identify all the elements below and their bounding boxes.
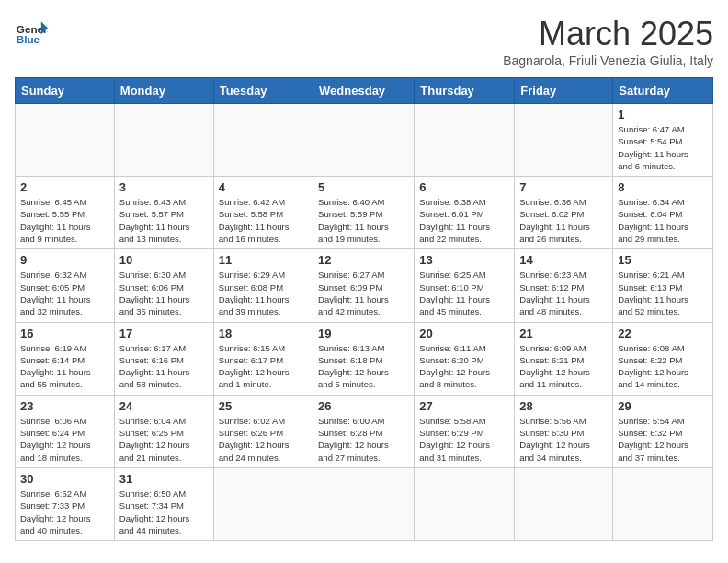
day-info: Sunrise: 6:11 AM Sunset: 6:20 PM Dayligh… — [419, 342, 509, 391]
calendar-cell: 3Sunrise: 6:43 AM Sunset: 5:57 PM Daylig… — [114, 177, 213, 249]
calendar-cell: 2Sunrise: 6:45 AM Sunset: 5:55 PM Daylig… — [16, 177, 115, 249]
calendar-cell — [415, 467, 515, 540]
day-number: 22 — [618, 327, 708, 340]
calendar-cell: 5Sunrise: 6:40 AM Sunset: 5:59 PM Daylig… — [313, 177, 415, 249]
day-number: 27 — [419, 399, 509, 413]
day-number: 12 — [318, 253, 409, 267]
day-info: Sunrise: 6:00 AM Sunset: 6:28 PM Dayligh… — [318, 415, 409, 464]
calendar-cell: 16Sunrise: 6:19 AM Sunset: 6:14 PM Dayli… — [16, 322, 115, 395]
day-number: 7 — [519, 180, 608, 194]
day-number: 24 — [119, 399, 209, 413]
calendar-week-3: 9Sunrise: 6:32 AM Sunset: 6:05 PM Daylig… — [16, 249, 713, 322]
calendar-cell — [415, 104, 515, 177]
calendar-cell: 1Sunrise: 6:47 AM Sunset: 5:54 PM Daylig… — [613, 104, 713, 177]
calendar-cell: 4Sunrise: 6:42 AM Sunset: 5:58 PM Daylig… — [213, 177, 313, 249]
day-info: Sunrise: 5:56 AM Sunset: 6:30 PM Dayligh… — [519, 415, 608, 464]
day-number: 20 — [419, 327, 509, 340]
day-number: 11 — [219, 253, 308, 267]
day-number: 18 — [219, 327, 308, 340]
calendar-cell: 26Sunrise: 6:00 AM Sunset: 6:28 PM Dayli… — [313, 395, 415, 467]
day-info: Sunrise: 6:08 AM Sunset: 6:22 PM Dayligh… — [618, 342, 708, 391]
day-info: Sunrise: 6:02 AM Sunset: 6:26 PM Dayligh… — [219, 415, 308, 464]
calendar-cell: 17Sunrise: 6:17 AM Sunset: 6:16 PM Dayli… — [114, 322, 213, 395]
day-info: Sunrise: 6:43 AM Sunset: 5:57 PM Dayligh… — [119, 196, 209, 245]
day-number: 5 — [318, 180, 409, 194]
day-number: 21 — [519, 327, 608, 340]
day-number: 2 — [20, 180, 109, 194]
title-block: March 2025 Bagnarola, Friuli Venezia Giu… — [503, 15, 713, 68]
calendar-cell — [515, 467, 613, 540]
weekday-header-row: SundayMondayTuesdayWednesdayThursdayFrid… — [16, 78, 713, 104]
calendar-cell — [515, 104, 613, 177]
calendar-cell: 27Sunrise: 5:58 AM Sunset: 6:29 PM Dayli… — [415, 395, 515, 467]
calendar-week-6: 30Sunrise: 6:52 AM Sunset: 7:33 PM Dayli… — [16, 467, 713, 540]
day-info: Sunrise: 6:40 AM Sunset: 5:59 PM Dayligh… — [318, 196, 409, 245]
day-info: Sunrise: 6:27 AM Sunset: 6:09 PM Dayligh… — [318, 269, 409, 317]
calendar-week-2: 2Sunrise: 6:45 AM Sunset: 5:55 PM Daylig… — [16, 177, 713, 249]
day-info: Sunrise: 5:58 AM Sunset: 6:29 PM Dayligh… — [419, 415, 509, 464]
calendar-cell: 12Sunrise: 6:27 AM Sunset: 6:09 PM Dayli… — [313, 249, 415, 322]
day-number: 29 — [618, 399, 708, 413]
calendar-cell: 30Sunrise: 6:52 AM Sunset: 7:33 PM Dayli… — [16, 467, 115, 540]
day-number: 10 — [119, 253, 209, 267]
day-info: Sunrise: 6:38 AM Sunset: 6:01 PM Dayligh… — [419, 196, 509, 245]
calendar-cell: 14Sunrise: 6:23 AM Sunset: 6:12 PM Dayli… — [515, 249, 613, 322]
day-info: Sunrise: 6:52 AM Sunset: 7:33 PM Dayligh… — [20, 488, 109, 536]
calendar-cell — [114, 104, 213, 177]
page-header: General Blue March 2025 Bagnarola, Friul… — [15, 15, 713, 68]
calendar-cell: 11Sunrise: 6:29 AM Sunset: 6:08 PM Dayli… — [213, 249, 313, 322]
weekday-header-sunday: Sunday — [16, 78, 115, 104]
day-number: 1 — [618, 108, 708, 121]
calendar-cell: 19Sunrise: 6:13 AM Sunset: 6:18 PM Dayli… — [313, 322, 415, 395]
location-subtitle: Bagnarola, Friuli Venezia Giulia, Italy — [503, 53, 713, 68]
day-number: 4 — [219, 180, 308, 194]
day-number: 28 — [519, 399, 608, 413]
weekday-header-wednesday: Wednesday — [313, 78, 415, 104]
weekday-header-friday: Friday — [515, 78, 613, 104]
weekday-header-saturday: Saturday — [613, 78, 713, 104]
calendar-cell: 22Sunrise: 6:08 AM Sunset: 6:22 PM Dayli… — [613, 322, 713, 395]
day-info: Sunrise: 6:06 AM Sunset: 6:24 PM Dayligh… — [20, 415, 109, 464]
calendar-cell — [313, 467, 415, 540]
calendar-cell — [613, 467, 713, 540]
calendar-cell: 24Sunrise: 6:04 AM Sunset: 6:25 PM Dayli… — [114, 395, 213, 467]
day-number: 15 — [618, 253, 708, 267]
day-number: 13 — [419, 253, 509, 267]
calendar-cell — [313, 104, 415, 177]
day-info: Sunrise: 6:45 AM Sunset: 5:55 PM Dayligh… — [20, 196, 109, 245]
day-info: Sunrise: 6:19 AM Sunset: 6:14 PM Dayligh… — [20, 342, 109, 391]
calendar-cell — [16, 104, 115, 177]
calendar-cell: 13Sunrise: 6:25 AM Sunset: 6:10 PM Dayli… — [415, 249, 515, 322]
logo: General Blue — [15, 15, 48, 48]
calendar-cell — [213, 104, 313, 177]
calendar-week-1: 1Sunrise: 6:47 AM Sunset: 5:54 PM Daylig… — [16, 104, 713, 177]
day-number: 17 — [119, 327, 209, 340]
day-info: Sunrise: 6:32 AM Sunset: 6:05 PM Dayligh… — [20, 269, 109, 317]
calendar-cell: 29Sunrise: 5:54 AM Sunset: 6:32 PM Dayli… — [613, 395, 713, 467]
day-number: 14 — [519, 253, 608, 267]
calendar-cell: 25Sunrise: 6:02 AM Sunset: 6:26 PM Dayli… — [213, 395, 313, 467]
calendar-cell: 31Sunrise: 6:50 AM Sunset: 7:34 PM Dayli… — [114, 467, 213, 540]
day-number: 9 — [20, 253, 109, 267]
day-number: 8 — [618, 180, 708, 194]
calendar-cell: 7Sunrise: 6:36 AM Sunset: 6:02 PM Daylig… — [515, 177, 613, 249]
day-number: 31 — [119, 472, 209, 486]
calendar-cell: 20Sunrise: 6:11 AM Sunset: 6:20 PM Dayli… — [415, 322, 515, 395]
calendar-cell: 8Sunrise: 6:34 AM Sunset: 6:04 PM Daylig… — [613, 177, 713, 249]
weekday-header-tuesday: Tuesday — [213, 78, 313, 104]
day-info: Sunrise: 6:21 AM Sunset: 6:13 PM Dayligh… — [618, 269, 708, 317]
day-number: 26 — [318, 399, 409, 413]
weekday-header-thursday: Thursday — [415, 78, 515, 104]
day-info: Sunrise: 5:54 AM Sunset: 6:32 PM Dayligh… — [618, 415, 708, 464]
calendar-cell: 18Sunrise: 6:15 AM Sunset: 6:17 PM Dayli… — [213, 322, 313, 395]
calendar-week-4: 16Sunrise: 6:19 AM Sunset: 6:14 PM Dayli… — [16, 322, 713, 395]
month-title: March 2025 — [503, 15, 713, 53]
day-info: Sunrise: 6:47 AM Sunset: 5:54 PM Dayligh… — [618, 123, 708, 172]
day-info: Sunrise: 6:42 AM Sunset: 5:58 PM Dayligh… — [219, 196, 308, 245]
day-number: 6 — [419, 180, 509, 194]
calendar-cell — [213, 467, 313, 540]
day-number: 16 — [20, 327, 109, 340]
calendar-cell: 9Sunrise: 6:32 AM Sunset: 6:05 PM Daylig… — [16, 249, 115, 322]
day-number: 23 — [20, 399, 109, 413]
calendar-cell: 21Sunrise: 6:09 AM Sunset: 6:21 PM Dayli… — [515, 322, 613, 395]
